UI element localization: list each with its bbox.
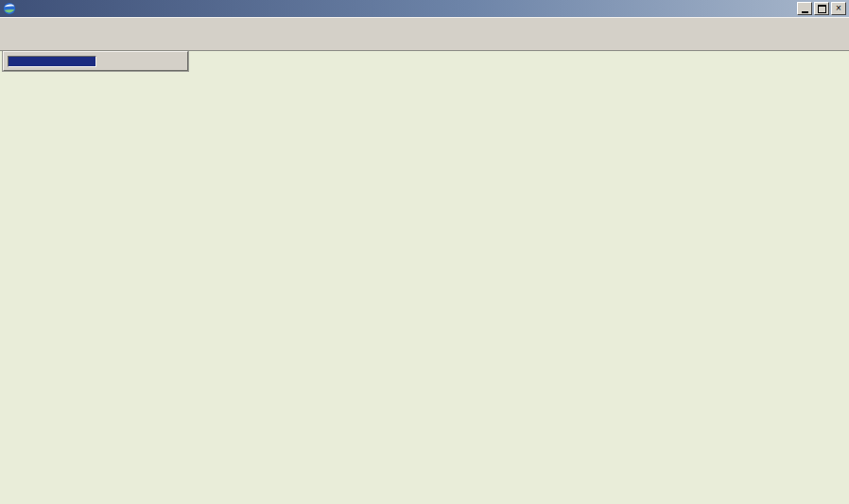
- close-icon: ×: [836, 4, 841, 13]
- map-canvas[interactable]: [0, 0, 849, 504]
- restore-icon: [818, 5, 826, 13]
- minimize-icon: [802, 11, 808, 13]
- toolbar: [0, 17, 849, 51]
- minimize-button[interactable]: [797, 2, 812, 15]
- restore-button[interactable]: [814, 2, 829, 15]
- close-button[interactable]: ×: [831, 2, 846, 15]
- title-bar[interactable]: ×: [0, 0, 849, 17]
- scale-slider[interactable]: [8, 56, 96, 67]
- app-globe-icon: [3, 2, 16, 15]
- scale-indicator: [3, 51, 188, 71]
- navigator-window: ×: [0, 0, 849, 504]
